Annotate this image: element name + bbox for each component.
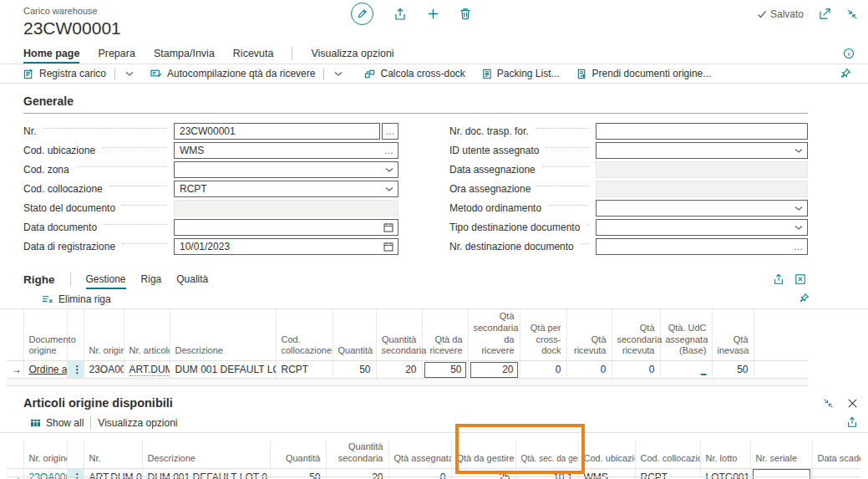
tab-visualizza-opzioni[interactable]: Visualizza opzioni — [311, 48, 393, 64]
show-all-button[interactable]: Show all — [30, 417, 84, 429]
row-selector-arrow[interactable]: → — [7, 468, 23, 479]
nr-origine-link[interactable]: 23OA00001 — [29, 471, 68, 479]
elimina-riga-button[interactable]: Elimina riga — [42, 293, 111, 305]
tab-home-page[interactable]: Home page — [23, 48, 79, 64]
cell-qta-cross-dock[interactable]: 0 — [520, 361, 566, 379]
col-nr-origine[interactable]: Nr. origine — [84, 309, 124, 361]
packing-list-button[interactable]: Packing List... — [482, 68, 560, 79]
visualizza-opzioni-button[interactable]: Visualizza opzioni — [98, 417, 177, 429]
nr-destinazione-field[interactable]: … — [596, 238, 808, 255]
cell-cod-ubicazione[interactable]: WMS — [578, 468, 635, 479]
cell-qta-assegnata[interactable]: 0 — [388, 468, 451, 479]
share-button[interactable] — [393, 8, 407, 21]
col-nr[interactable]: Nr. — [84, 440, 142, 468]
registra-carico-dropdown[interactable] — [124, 70, 135, 77]
col-quantita[interactable]: Quantità — [332, 309, 376, 361]
col-qta-da-gestire[interactable]: Qtà da gestire — [451, 440, 515, 468]
data-documento-field[interactable] — [174, 219, 398, 236]
prendi-documenti-origine-button[interactable]: Prendi documenti origine... — [576, 68, 712, 79]
autocompilazione-dropdown[interactable] — [332, 70, 344, 77]
cell-quantita-secondaria[interactable]: 20 — [326, 468, 388, 479]
col-qta-sec-da-gestire[interactable]: Qtà. sec. da gestire — [515, 440, 578, 468]
collapse-view-button[interactable] — [846, 8, 858, 20]
cell-cod-collocazione[interactable]: RCPT — [276, 361, 332, 379]
col-cod-collocazione[interactable]: Cod. collocazione — [635, 440, 700, 468]
col-nr-seriale[interactable]: Nr. seriale — [750, 440, 812, 468]
col-quantita-secondaria[interactable]: Quantità secondaria — [376, 309, 422, 361]
nr-articolo-link[interactable]: ART.DUM.001 — [129, 364, 170, 376]
cell-quantita-secondaria[interactable]: 20 — [376, 361, 422, 379]
ellipsis-icon[interactable]: … — [794, 242, 803, 251]
col-qta-cross-dock[interactable]: Qtà per cross-dock — [520, 309, 566, 361]
ellipsis-icon[interactable]: … — [796, 471, 806, 479]
open-in-excel-button[interactable] — [794, 273, 806, 285]
col-qta-sec-ricevuta[interactable]: Qtà secondaria ricevuta — [612, 309, 660, 361]
row-menu-button[interactable]: ⋮ — [67, 361, 84, 379]
tipo-destinazione-field[interactable] — [596, 219, 808, 236]
col-nr-articolo[interactable]: Nr. articolo — [124, 309, 170, 361]
qta-udc-link[interactable]: _ — [701, 364, 707, 375]
cell-qta-ricevuta[interactable]: 0 — [566, 361, 612, 379]
cell-qta-inevasa[interactable]: 50 — [712, 361, 754, 379]
tab-prepara[interactable]: Prepara — [98, 48, 135, 64]
col-qta-da-ricevere[interactable]: Qtà da ricevere — [422, 309, 468, 361]
chevron-down-icon[interactable] — [794, 205, 803, 211]
col-cod-collocazione[interactable]: Cod. collocazione — [276, 309, 332, 361]
righe-tab-gestione[interactable]: Gestione — [86, 273, 126, 289]
nr-assist-button[interactable]: … — [382, 123, 398, 140]
col-descrizione[interactable]: Descrizione — [142, 440, 270, 468]
cell-quantita[interactable]: 50 — [270, 468, 326, 479]
cell-descrizione[interactable]: DUM 001 DEFAULT LOT 0.4 KG — [142, 468, 270, 479]
calendar-icon[interactable] — [383, 242, 393, 252]
col-qta-inevasa[interactable]: Qtà inevasa — [712, 309, 754, 361]
general-title[interactable]: Generale — [23, 94, 808, 114]
col-qta-sec-da-ricevere[interactable]: Qtà secondaria da ricevere — [468, 309, 520, 361]
row-menu-button[interactable]: ⋮ — [67, 468, 84, 479]
ellipsis-icon[interactable]: … — [384, 145, 393, 155]
col-qta-udc[interactable]: Qtà. UdC assegnata (Base) — [660, 309, 712, 361]
chevron-down-icon[interactable] — [385, 186, 393, 192]
nr-link[interactable]: ART.DUM.001 — [89, 471, 143, 479]
cell-qta-sec-ricevuta[interactable]: 0 — [612, 361, 660, 379]
metodo-ordinamento-field[interactable] — [596, 200, 808, 217]
share-part-button[interactable] — [773, 273, 784, 285]
data-registrazione-field[interactable]: 10/01/2023 — [174, 238, 398, 255]
col-nr-origine[interactable]: Nr. origine — [23, 440, 67, 468]
cell-qta-da-ricevere[interactable]: 50 — [424, 362, 466, 378]
cell-nr-origine[interactable]: 23OA00001 — [84, 361, 124, 379]
calendar-icon[interactable] — [383, 222, 393, 232]
share-articoli-button[interactable] — [846, 416, 858, 428]
edit-button[interactable] — [351, 3, 373, 25]
cell-nr-lotto[interactable]: LOTG001 — [700, 468, 750, 479]
documento-origine-link[interactable]: Ordine acq... — [29, 364, 68, 375]
open-in-new-window-button[interactable] — [819, 8, 831, 20]
cell-nr-seriale[interactable]: … — [753, 469, 810, 479]
new-button[interactable] — [427, 8, 439, 20]
tab-ricevuta[interactable]: Ricevuta — [233, 48, 274, 64]
row-selector-arrow[interactable]: → — [7, 361, 23, 379]
id-utente-assegnato-field[interactable] — [596, 142, 808, 159]
tab-stampa-invia[interactable]: Stampa/Invia — [154, 48, 215, 64]
cod-zona-field[interactable] — [174, 161, 398, 178]
cod-collocazione-field[interactable]: RCPT — [174, 181, 398, 197]
autocompilazione-button[interactable]: Autocompilazione qtà da ricevere — [150, 68, 315, 79]
chevron-down-icon[interactable] — [794, 224, 803, 231]
nr-field[interactable]: 23CW00001 — [174, 123, 380, 140]
collapse-part-button[interactable] — [823, 398, 834, 409]
registra-carico-button[interactable]: Registra carico — [23, 68, 106, 79]
chevron-down-icon[interactable] — [385, 166, 393, 173]
cell-qta-da-gestire[interactable]: 25 — [451, 468, 515, 479]
cell-descrizione[interactable]: DUM 001 DEFAULT LOT 0.4 KG — [170, 361, 276, 379]
cell-cod-collocazione[interactable]: RCPT — [635, 468, 700, 479]
cell-qta-sec-da-ricevere[interactable]: 20 — [470, 362, 518, 378]
close-part-button[interactable] — [847, 398, 858, 409]
col-documento-origine[interactable]: Documento origine — [23, 309, 67, 361]
cell-data-scadenza[interactable] — [812, 468, 860, 479]
pin-actionbar-button[interactable] — [840, 68, 851, 79]
delete-button[interactable] — [459, 8, 471, 20]
cod-ubicazione-field[interactable]: WMS… — [174, 142, 398, 159]
nr-doc-trasp-field[interactable] — [596, 123, 808, 140]
col-quantita-secondaria[interactable]: Quantità secondaria — [326, 440, 388, 468]
info-button[interactable] — [843, 48, 855, 59]
calcola-cross-dock-button[interactable]: Calcola cross-dock — [364, 68, 464, 79]
